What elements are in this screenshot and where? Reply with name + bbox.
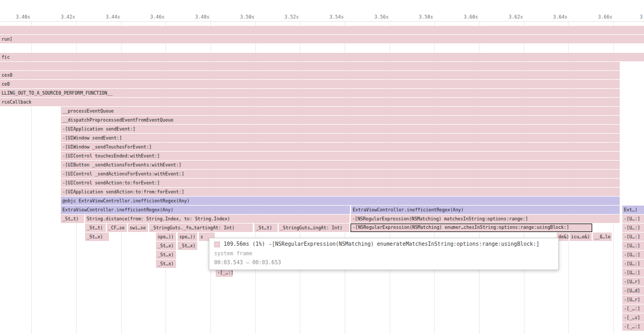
flame-bar[interactable]: __processEventQueue [61, 107, 620, 115]
flame-bar[interactable]: String.distance(from: String.Index, to: … [85, 215, 349, 223]
ruler-time-label: 3.48s [195, 14, 209, 20]
flame-bar[interactable]: -[_…:] [622, 322, 644, 331]
flame-bar[interactable] [0, 62, 620, 70]
flame-bar[interactable]: -[U…:] [622, 233, 644, 241]
flame-bar[interactable]: -[NSRegularExpression(NSMatching) matche… [351, 215, 620, 223]
flame-bar[interactable]: @objc ExtraViewController.inefficientReg… [61, 197, 620, 205]
ruler-time-label: 3.58s [419, 14, 433, 20]
flame-bar[interactable]: -[U…:] [622, 259, 644, 268]
flame-bar[interactable]: _StringGuts…ingAt: Int) [279, 224, 349, 232]
tooltip-frame-kind: system frame [214, 251, 553, 257]
flame-chart-view: run]ficces0ce0LLING_OUT_TO_A_SOURCE0_PER… [0, 0, 644, 334]
flame-bar[interactable]: swi…se [128, 224, 148, 232]
flame-bar[interactable]: -[UIWindow _sendTouchesForEvent:] [61, 143, 620, 151]
flame-bar[interactable]: -[U…:] [622, 251, 644, 259]
flame-bar[interactable]: _St…x) [156, 251, 176, 259]
flame-bar[interactable]: Ext…) [622, 206, 644, 214]
flame-bar[interactable]: run] [0, 35, 644, 43]
timeline-ruler[interactable]: 3.40s3.42s3.44s3.46s3.48s3.50s3.52s3.54s… [0, 0, 644, 22]
flame-bar[interactable]: -[UIApplication sendEvent:] [61, 125, 620, 133]
flame-bar[interactable]: ExtraViewController.inefficientRegex(Any… [351, 206, 620, 214]
flame-bar[interactable]: icu…e&) [569, 233, 592, 241]
flame-bar[interactable]: _St…x) [85, 233, 109, 241]
ruler-time-label: 3.56s [374, 14, 389, 20]
flame-bar[interactable]: -[U…r] [622, 295, 644, 304]
flame-bar[interactable]: _St…t) [61, 215, 84, 223]
flame-bar[interactable]: -[UIControl touchesEnded:withEvent:] [61, 152, 620, 160]
tooltip-title-row: 109.56ms (1%) -[NSRegularExpression(NSMa… [214, 241, 553, 247]
flame-bar[interactable]: _CF…se [107, 224, 127, 232]
ruler-time-label: 3.62s [509, 14, 523, 20]
tooltip-duration: 109.56ms (1%) [224, 241, 265, 247]
flame-bar[interactable]: _St…x) [156, 259, 176, 268]
ruler-time-label: 3.60s [464, 14, 478, 20]
ruler-time-label: 3.40s [16, 14, 30, 20]
flame-bar[interactable]: spe…)) [178, 233, 197, 241]
flame-bar[interactable]: __6…le [593, 233, 612, 241]
flame-bar[interactable]: -[U…:] [622, 268, 644, 277]
flame-bar[interactable]: ExtraViewController.inefficientRegex(Any… [61, 206, 350, 214]
flame-bar[interactable]: -[U…r] [622, 277, 644, 286]
flame-bar[interactable]: _St…t) [254, 224, 278, 232]
flame-bar[interactable]: -[UIButton _sendActionsForEvents:withEve… [61, 161, 620, 169]
flame-bar[interactable]: ces0 [0, 71, 620, 79]
ruler-time-label: 3.54s [329, 14, 344, 20]
ruler-time-label: 3.46s [150, 14, 164, 20]
flame-bar[interactable]: LLING_OUT_TO_A_SOURCE0_PERFORM_FUNCTION_… [0, 89, 620, 97]
hover-tooltip: 109.56ms (1%) -[NSRegularExpression(NSMa… [209, 238, 559, 270]
flame-bar[interactable]: -[UIControl _sendActionsForEvents:withEv… [61, 170, 620, 178]
flame-bar[interactable]: -[U…d] [622, 286, 644, 295]
flame-bar[interactable]: -[U…:] [622, 242, 644, 250]
tooltip-time-range: 00:03.543 — 00:03.653 [214, 259, 553, 266]
flame-bar[interactable]: -[UIWindow sendEvent:] [61, 134, 620, 142]
tooltip-symbol: -[NSRegularExpression(NSMatching) enumer… [269, 241, 539, 247]
flame-bar[interactable]: -[UIControl sendAction:to:forEvent:] [61, 179, 620, 187]
flame-bar-selected[interactable]: -[NSRegularExpression(NSMatching) enumer… [351, 224, 592, 232]
flame-bar[interactable]: -[_…:] [622, 304, 644, 313]
ruler-time-label: 3.44s [106, 14, 120, 20]
flame-bar[interactable]: fic [0, 53, 644, 61]
flame-bar[interactable] [0, 26, 644, 34]
flame-bar[interactable]: ce0 [0, 80, 620, 88]
flame-bar[interactable]: _St…t) [85, 224, 106, 232]
flame-bar[interactable]: rceCallback [0, 98, 620, 106]
flame-bar[interactable]: __dispatchPreprocessedEventFromEventQueu… [61, 116, 620, 124]
tooltip-color-swatch [214, 242, 220, 247]
ruler-time-label: 3.64s [553, 14, 567, 20]
flame-bar[interactable]: _St…x) [156, 242, 176, 250]
ruler-time-label: 3.50s [240, 14, 254, 20]
flame-bar[interactable]: _St…x) [178, 242, 197, 250]
flame-bar[interactable]: -[_…s] [622, 313, 644, 322]
flame-bar[interactable]: -[U…:] [622, 215, 644, 223]
ruler-time-label: 3.42s [61, 14, 75, 20]
flame-bar[interactable]: -[UIApplication sendAction:to:from:forEv… [61, 188, 620, 196]
flame-bar[interactable]: spe…)) [156, 233, 176, 241]
ruler-time-label: 3. [640, 14, 644, 20]
flame-bar[interactable]: -[U…:] [622, 224, 644, 232]
flame-bar[interactable]: _StringGuts._fo…tartingAt: Int) [149, 224, 253, 232]
flame-rows: run]ficces0ce0LLING_OUT_TO_A_SOURCE0_PER… [0, 0, 644, 334]
ruler-time-label: 3.66s [598, 14, 612, 20]
ruler-time-label: 3.52s [284, 14, 299, 20]
